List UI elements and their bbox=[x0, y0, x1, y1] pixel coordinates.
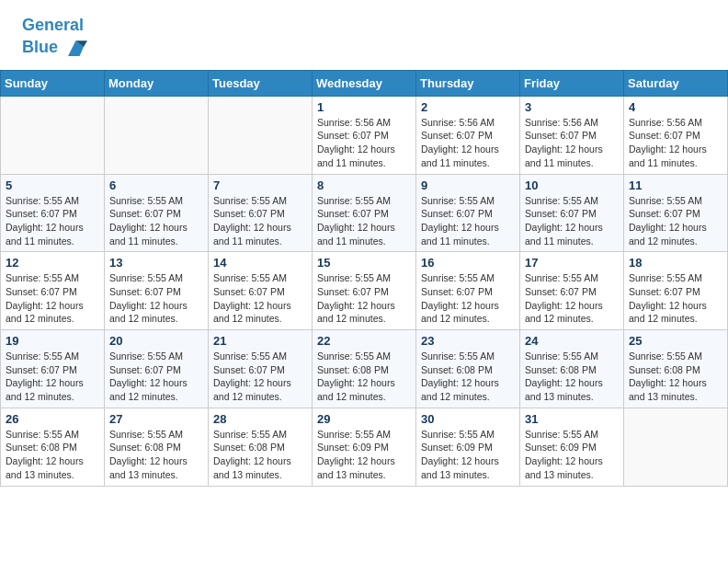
day-info: Sunrise: 5:55 AM Sunset: 6:08 PM Dayligh… bbox=[213, 428, 307, 482]
calendar-day-cell: 13Sunrise: 5:55 AM Sunset: 6:07 PM Dayli… bbox=[105, 252, 209, 330]
calendar-week-row: 19Sunrise: 5:55 AM Sunset: 6:07 PM Dayli… bbox=[1, 330, 728, 408]
day-info: Sunrise: 5:55 AM Sunset: 6:08 PM Dayligh… bbox=[317, 350, 411, 404]
logo-icon bbox=[62, 35, 87, 61]
calendar-day-cell: 5Sunrise: 5:55 AM Sunset: 6:07 PM Daylig… bbox=[1, 174, 105, 252]
calendar-day-cell: 30Sunrise: 5:55 AM Sunset: 6:09 PM Dayli… bbox=[416, 408, 520, 486]
calendar-day-cell: 21Sunrise: 5:55 AM Sunset: 6:07 PM Dayli… bbox=[209, 330, 313, 408]
day-number: 22 bbox=[317, 334, 411, 348]
day-number: 5 bbox=[6, 178, 99, 192]
day-number: 2 bbox=[421, 100, 515, 114]
day-info: Sunrise: 5:56 AM Sunset: 6:07 PM Dayligh… bbox=[317, 116, 411, 170]
day-info: Sunrise: 5:56 AM Sunset: 6:07 PM Dayligh… bbox=[629, 116, 722, 170]
calendar-day-cell: 3Sunrise: 5:56 AM Sunset: 6:07 PM Daylig… bbox=[520, 96, 624, 174]
calendar-day-cell: 26Sunrise: 5:55 AM Sunset: 6:08 PM Dayli… bbox=[1, 408, 105, 486]
calendar-day-cell bbox=[1, 96, 105, 174]
calendar-day-cell: 14Sunrise: 5:55 AM Sunset: 6:07 PM Dayli… bbox=[209, 252, 313, 330]
day-info: Sunrise: 5:55 AM Sunset: 6:09 PM Dayligh… bbox=[525, 428, 619, 482]
day-number: 14 bbox=[213, 256, 307, 270]
day-number: 24 bbox=[525, 334, 619, 348]
day-info: Sunrise: 5:55 AM Sunset: 6:07 PM Dayligh… bbox=[629, 271, 722, 326]
calendar-day-cell: 8Sunrise: 5:55 AM Sunset: 6:07 PM Daylig… bbox=[313, 174, 416, 252]
day-number: 27 bbox=[109, 412, 203, 426]
day-info: Sunrise: 5:55 AM Sunset: 6:07 PM Dayligh… bbox=[525, 194, 619, 248]
day-number: 10 bbox=[525, 178, 619, 192]
day-number: 9 bbox=[421, 178, 515, 192]
day-number: 3 bbox=[525, 100, 619, 114]
day-info: Sunrise: 5:55 AM Sunset: 6:07 PM Dayligh… bbox=[525, 271, 619, 326]
day-info: Sunrise: 5:55 AM Sunset: 6:07 PM Dayligh… bbox=[629, 194, 722, 248]
day-info: Sunrise: 5:55 AM Sunset: 6:09 PM Dayligh… bbox=[317, 428, 411, 482]
day-info: Sunrise: 5:55 AM Sunset: 6:07 PM Dayligh… bbox=[6, 350, 99, 404]
calendar-day-cell: 2Sunrise: 5:56 AM Sunset: 6:07 PM Daylig… bbox=[416, 96, 520, 174]
day-of-week-header: Saturday bbox=[624, 70, 728, 96]
calendar-table: SundayMondayTuesdayWednesdayThursdayFrid… bbox=[0, 70, 728, 487]
day-number: 20 bbox=[109, 334, 203, 348]
day-info: Sunrise: 5:55 AM Sunset: 6:07 PM Dayligh… bbox=[317, 194, 411, 248]
day-info: Sunrise: 5:55 AM Sunset: 6:07 PM Dayligh… bbox=[109, 271, 203, 326]
day-info: Sunrise: 5:55 AM Sunset: 6:08 PM Dayligh… bbox=[629, 350, 722, 404]
day-number: 13 bbox=[109, 256, 203, 270]
day-number: 25 bbox=[629, 334, 722, 348]
day-info: Sunrise: 5:55 AM Sunset: 6:08 PM Dayligh… bbox=[6, 428, 99, 482]
day-info: Sunrise: 5:55 AM Sunset: 6:08 PM Dayligh… bbox=[109, 428, 203, 482]
calendar-day-cell: 1Sunrise: 5:56 AM Sunset: 6:07 PM Daylig… bbox=[313, 96, 416, 174]
day-info: Sunrise: 5:56 AM Sunset: 6:07 PM Dayligh… bbox=[421, 116, 515, 170]
calendar-day-cell: 12Sunrise: 5:55 AM Sunset: 6:07 PM Dayli… bbox=[1, 252, 105, 330]
day-number: 1 bbox=[317, 100, 411, 114]
day-number: 29 bbox=[317, 412, 411, 426]
day-info: Sunrise: 5:55 AM Sunset: 6:08 PM Dayligh… bbox=[525, 350, 619, 404]
calendar-day-cell: 6Sunrise: 5:55 AM Sunset: 6:07 PM Daylig… bbox=[105, 174, 209, 252]
day-number: 16 bbox=[421, 256, 515, 270]
day-number: 26 bbox=[6, 412, 99, 426]
calendar-day-cell: 19Sunrise: 5:55 AM Sunset: 6:07 PM Dayli… bbox=[1, 330, 105, 408]
logo: General Blue bbox=[22, 17, 87, 61]
day-of-week-header: Wednesday bbox=[313, 70, 416, 96]
calendar-day-cell: 15Sunrise: 5:55 AM Sunset: 6:07 PM Dayli… bbox=[313, 252, 416, 330]
day-number: 31 bbox=[525, 412, 619, 426]
day-info: Sunrise: 5:55 AM Sunset: 6:07 PM Dayligh… bbox=[421, 194, 515, 248]
day-number: 6 bbox=[109, 178, 203, 192]
calendar-week-row: 12Sunrise: 5:55 AM Sunset: 6:07 PM Dayli… bbox=[1, 252, 728, 330]
day-number: 28 bbox=[213, 412, 307, 426]
calendar-day-cell: 25Sunrise: 5:55 AM Sunset: 6:08 PM Dayli… bbox=[624, 330, 728, 408]
day-number: 4 bbox=[629, 100, 722, 114]
calendar-day-cell: 16Sunrise: 5:55 AM Sunset: 6:07 PM Dayli… bbox=[416, 252, 520, 330]
page-header: General Blue bbox=[0, 0, 728, 70]
day-of-week-header: Tuesday bbox=[209, 70, 313, 96]
day-info: Sunrise: 5:55 AM Sunset: 6:07 PM Dayligh… bbox=[317, 271, 411, 326]
calendar-day-cell: 28Sunrise: 5:55 AM Sunset: 6:08 PM Dayli… bbox=[209, 408, 313, 486]
logo-blue-text: Blue bbox=[22, 39, 58, 57]
day-number: 21 bbox=[213, 334, 307, 348]
calendar-week-row: 5Sunrise: 5:55 AM Sunset: 6:07 PM Daylig… bbox=[1, 174, 728, 252]
day-number: 19 bbox=[6, 334, 99, 348]
calendar-day-cell: 9Sunrise: 5:55 AM Sunset: 6:07 PM Daylig… bbox=[416, 174, 520, 252]
calendar-day-cell: 18Sunrise: 5:55 AM Sunset: 6:07 PM Dayli… bbox=[624, 252, 728, 330]
calendar-day-cell: 27Sunrise: 5:55 AM Sunset: 6:08 PM Dayli… bbox=[105, 408, 209, 486]
calendar-day-cell: 11Sunrise: 5:55 AM Sunset: 6:07 PM Dayli… bbox=[624, 174, 728, 252]
day-of-week-header: Friday bbox=[520, 70, 624, 96]
calendar-header-row: SundayMondayTuesdayWednesdayThursdayFrid… bbox=[1, 70, 728, 96]
day-of-week-header: Sunday bbox=[1, 70, 105, 96]
calendar-day-cell: 29Sunrise: 5:55 AM Sunset: 6:09 PM Dayli… bbox=[313, 408, 416, 486]
day-of-week-header: Monday bbox=[105, 70, 209, 96]
calendar-day-cell: 24Sunrise: 5:55 AM Sunset: 6:08 PM Dayli… bbox=[520, 330, 624, 408]
day-of-week-header: Thursday bbox=[416, 70, 520, 96]
day-number: 23 bbox=[421, 334, 515, 348]
day-info: Sunrise: 5:55 AM Sunset: 6:07 PM Dayligh… bbox=[421, 271, 515, 326]
calendar-day-cell: 23Sunrise: 5:55 AM Sunset: 6:08 PM Dayli… bbox=[416, 330, 520, 408]
calendar-body: 1Sunrise: 5:56 AM Sunset: 6:07 PM Daylig… bbox=[1, 96, 728, 486]
calendar-day-cell: 20Sunrise: 5:55 AM Sunset: 6:07 PM Dayli… bbox=[105, 330, 209, 408]
calendar-day-cell: 17Sunrise: 5:55 AM Sunset: 6:07 PM Dayli… bbox=[520, 252, 624, 330]
day-number: 11 bbox=[629, 178, 722, 192]
day-info: Sunrise: 5:55 AM Sunset: 6:07 PM Dayligh… bbox=[213, 350, 307, 404]
day-info: Sunrise: 5:55 AM Sunset: 6:09 PM Dayligh… bbox=[421, 428, 515, 482]
calendar-day-cell bbox=[624, 408, 728, 486]
day-info: Sunrise: 5:55 AM Sunset: 6:07 PM Dayligh… bbox=[109, 350, 203, 404]
day-info: Sunrise: 5:55 AM Sunset: 6:08 PM Dayligh… bbox=[421, 350, 515, 404]
calendar-day-cell: 7Sunrise: 5:55 AM Sunset: 6:07 PM Daylig… bbox=[209, 174, 313, 252]
day-number: 17 bbox=[525, 256, 619, 270]
calendar-week-row: 26Sunrise: 5:55 AM Sunset: 6:08 PM Dayli… bbox=[1, 408, 728, 486]
day-number: 12 bbox=[6, 256, 99, 270]
day-info: Sunrise: 5:55 AM Sunset: 6:07 PM Dayligh… bbox=[109, 194, 203, 248]
logo-text: General bbox=[22, 17, 87, 35]
